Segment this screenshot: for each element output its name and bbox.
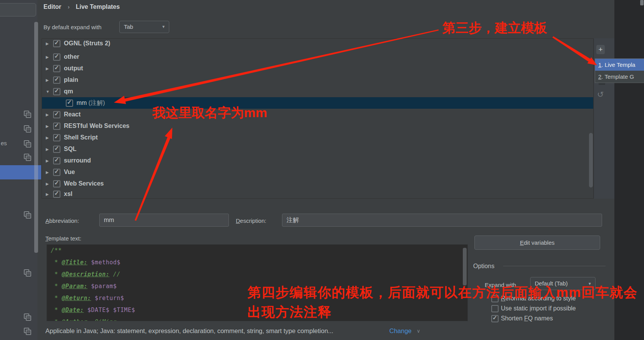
tree-row-web-services[interactable]: ▶ Web Services: [42, 178, 593, 189]
copy-icon: [24, 269, 30, 276]
tree-scrollbar[interactable]: [589, 133, 593, 187]
code-line: * @Author: QiMing: [51, 318, 117, 321]
revert-icon[interactable]: ↺: [597, 90, 604, 99]
popup-item-live-template[interactable]: 1. Live Templa: [595, 59, 644, 71]
default-expand-value: Tab: [124, 23, 133, 30]
editor-scrollbar[interactable]: [463, 248, 467, 285]
chevron-right-icon[interactable]: ▶: [46, 182, 50, 186]
static-import-checkbox[interactable]: [491, 305, 499, 312]
chevron-right-icon[interactable]: ▶: [46, 136, 50, 140]
checkbox[interactable]: [53, 146, 60, 153]
tree-row-qm[interactable]: ▼ qm: [42, 86, 593, 97]
expand-with-label: Expand with: [485, 282, 516, 288]
code-line: * @Date: $DATE$ $TIME$: [51, 307, 135, 313]
window-scrollbar-fragment[interactable]: [640, 0, 644, 5]
default-expand-label: By default expand with: [43, 24, 102, 30]
tree-row-plain[interactable]: ▶ plain: [42, 74, 593, 86]
template-text-editor[interactable]: /** * @Title: $method$ * @Description: /…: [47, 244, 468, 321]
expand-with-value: Default (Tab): [535, 280, 568, 287]
breadcrumb-separator-icon: ›: [68, 3, 70, 10]
checkbox[interactable]: [53, 157, 60, 164]
outside-background: [614, 0, 644, 340]
chevron-right-icon[interactable]: ▶: [46, 78, 50, 82]
annotation-step3: 第三步，建立模板: [442, 19, 547, 37]
reformat-checkbox[interactable]: [491, 295, 499, 302]
copy-icon: [24, 125, 30, 132]
chevron-down-icon: ▼: [588, 282, 592, 286]
checkbox[interactable]: [53, 53, 60, 61]
abbreviation-label: Abbreviation:: [45, 217, 79, 224]
expand-with-dropdown[interactable]: Default (Tab) ▼: [530, 277, 596, 290]
chevron-right-icon[interactable]: ▶: [46, 55, 50, 59]
chevron-right-icon[interactable]: ▶: [46, 159, 50, 163]
tree-row-sql[interactable]: ▶ SQL: [42, 143, 593, 155]
checkbox[interactable]: [53, 40, 60, 47]
settings-nav-sidebar: es: [0, 0, 37, 340]
copy-icon: [24, 140, 30, 147]
chevron-right-icon[interactable]: ▶: [46, 170, 50, 174]
checkbox[interactable]: [53, 111, 60, 118]
copy-icon: [24, 154, 30, 160]
tree-row-surround[interactable]: ▶ surround: [42, 155, 593, 166]
checkbox[interactable]: [53, 191, 60, 198]
code-line: /**: [51, 247, 62, 254]
checkbox[interactable]: [53, 134, 60, 141]
edit-variables-button[interactable]: Edit variables: [474, 236, 600, 250]
tree-row-shell-script[interactable]: ▶ Shell Script: [42, 132, 593, 143]
change-link[interactable]: Change: [389, 327, 412, 335]
copy-icon: [24, 211, 30, 218]
tree-row-ognl[interactable]: ▶ OGNL (Struts 2): [42, 38, 593, 49]
checkbox[interactable]: [53, 180, 60, 187]
chevron-right-icon[interactable]: ▶: [46, 147, 50, 151]
settings-search-input[interactable]: [0, 3, 36, 17]
abbreviation-input[interactable]: mm: [99, 214, 229, 227]
tree-row-react[interactable]: ▶ React: [42, 109, 593, 120]
template-text-label: Template text:: [45, 235, 81, 242]
code-line: * @Description: //: [51, 271, 120, 278]
description-label: Description:: [236, 217, 266, 224]
tree-row-xsl[interactable]: ▶ xsl: [42, 188, 593, 199]
chevron-right-icon[interactable]: ▶: [46, 124, 50, 128]
shorten-fq-checkbox[interactable]: [491, 315, 499, 322]
chevron-right-icon[interactable]: ▶: [46, 66, 50, 71]
checkbox[interactable]: [53, 123, 60, 130]
chevron-right-icon[interactable]: ▶: [46, 41, 50, 46]
tree-row-restful[interactable]: ▶ RESTful Web Services: [42, 120, 593, 132]
chevron-down-icon: ▼: [162, 25, 165, 29]
popup-item-template-group[interactable]: 2. Template G: [595, 71, 644, 83]
checkbox[interactable]: [66, 100, 73, 107]
chevron-down-icon[interactable]: ▼: [46, 90, 50, 94]
options-section-title: Options: [473, 263, 494, 270]
breadcrumb-editor[interactable]: Editor: [43, 3, 61, 10]
code-line: * @Param: $param$: [51, 283, 117, 290]
tree-row-mm-selected[interactable]: mm (注解): [42, 97, 593, 109]
static-import-label[interactable]: Use static import if possible: [501, 305, 576, 312]
chevron-right-icon[interactable]: ▶: [46, 192, 50, 196]
shorten-fq-label[interactable]: Shorten FQ names: [501, 315, 553, 322]
chevron-right-icon[interactable]: ▶: [46, 113, 50, 117]
nav-item-label-fragment: es: [1, 140, 7, 146]
code-line: * @Return: $return$: [51, 295, 124, 302]
description-input[interactable]: 注解: [282, 214, 602, 227]
copy-icon: [24, 111, 30, 117]
applicable-context-text: Applicable in Java; Java: statement, exp…: [45, 327, 333, 335]
add-template-button[interactable]: +: [596, 45, 605, 54]
default-expand-dropdown[interactable]: Tab ▼: [119, 21, 169, 33]
tree-row-other[interactable]: ▶ other: [42, 51, 593, 63]
tree-row-output[interactable]: ▶ output: [42, 63, 593, 74]
copy-icon: [24, 328, 30, 334]
tree-row-vue[interactable]: ▶ Vue: [42, 166, 593, 178]
code-line: * @Title: $method$: [51, 259, 120, 266]
checkbox[interactable]: [53, 169, 60, 176]
add-template-popup: 1. Live Templa 2. Template G: [595, 58, 644, 83]
checkbox[interactable]: [53, 65, 60, 72]
sidebar-scrollbar[interactable]: [34, 22, 38, 253]
template-group-tree: ▶ OGNL (Struts 2) ▶ other ▶ output ▶ pla…: [42, 38, 594, 199]
checkbox[interactable]: [53, 88, 60, 95]
breadcrumb-live-templates: Live Templates: [76, 3, 120, 10]
options-separator: [503, 266, 606, 266]
chevron-down-icon[interactable]: ∨: [417, 328, 420, 334]
checkbox[interactable]: [53, 76, 60, 84]
copy-icon: [24, 313, 30, 320]
reformat-label[interactable]: Reformat according to style: [501, 295, 576, 302]
